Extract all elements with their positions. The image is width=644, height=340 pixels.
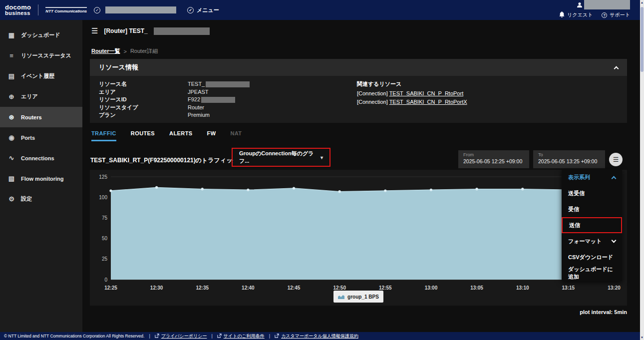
breadcrumb-separator: > bbox=[123, 48, 126, 54]
breadcrumb-router-list-link[interactable]: Router一覧 bbox=[91, 47, 120, 55]
svg-text:12:50: 12:50 bbox=[333, 285, 346, 291]
request-label: リクエスト bbox=[567, 11, 593, 18]
menu-item-display-series[interactable]: 表示系列 bbox=[562, 169, 622, 185]
footer-link-label: カスタマーポータル個人情報保護規約 bbox=[281, 333, 358, 340]
logo-divider bbox=[38, 4, 38, 15]
sidebar-item-event-history[interactable]: ▤ イベント履歴 bbox=[0, 66, 82, 86]
svg-text:75: 75 bbox=[102, 215, 108, 221]
chevron-up-icon bbox=[612, 176, 617, 181]
from-datetime-input[interactable]: From 2025-06-05 12:25 +09:00 bbox=[458, 150, 529, 168]
graph-type-select-value: GroupのConnection毎のグラフ... bbox=[239, 150, 317, 165]
router-icon: ⊛ bbox=[7, 113, 15, 121]
related-resources-title: 関連するリソース bbox=[357, 80, 467, 88]
sidebar-item-label: リソースステータス bbox=[21, 52, 71, 59]
collapse-chevron-icon[interactable] bbox=[614, 66, 619, 71]
scroll-down-arrow-icon[interactable]: ▼ bbox=[640, 335, 644, 340]
tab-fw[interactable]: FW bbox=[207, 130, 216, 141]
check-circle-icon: ✓ bbox=[94, 7, 100, 13]
legend-item-group1[interactable]: group_1 BPS bbox=[333, 291, 383, 303]
svg-text:125: 125 bbox=[99, 174, 107, 180]
menu-label: メニュー bbox=[197, 6, 219, 14]
privacy-policy-link[interactable]: プライバシーポリシー bbox=[155, 333, 207, 340]
external-link-icon bbox=[155, 334, 159, 339]
personal-info-policy-link[interactable]: カスタマーポータル個人情報保護規約 bbox=[275, 333, 358, 340]
plot-interval-label: plot interval: 5min bbox=[90, 309, 627, 315]
sidebar-item-label: Connections bbox=[21, 155, 54, 161]
globe-icon: ⊕ bbox=[7, 93, 15, 100]
field-resource-id: リソースID F922 bbox=[99, 96, 250, 104]
legend-label: group_1 BPS bbox=[347, 294, 379, 300]
terms-of-use-link[interactable]: サイトのご利用条件 bbox=[217, 333, 265, 340]
connection-prefix: [Connection] bbox=[357, 99, 388, 105]
menu-button[interactable]: ✓ メニュー bbox=[187, 6, 219, 14]
sidebar-item-ports[interactable]: ◉ Ports bbox=[0, 127, 82, 148]
page-header: ☰ [Router] TEST_ bbox=[91, 26, 210, 35]
tab-traffic[interactable]: TRAFFIC bbox=[91, 130, 116, 141]
svg-text:13:10: 13:10 bbox=[516, 285, 529, 291]
menu-item-add-to-dashboard[interactable]: ダッシュボードに追加 bbox=[562, 265, 622, 281]
redacted-text bbox=[105, 6, 176, 13]
resource-info-header[interactable]: リソース情報 bbox=[90, 59, 627, 76]
menu-item-label: CSVダウンロード bbox=[568, 254, 613, 261]
sidebar-item-label: Flow monitoring bbox=[21, 176, 64, 182]
sidebar-item-flow-monitoring[interactable]: ▧ Flow monitoring bbox=[0, 168, 82, 189]
redacted-text bbox=[206, 81, 250, 87]
footer-link-label: サイトのご利用条件 bbox=[224, 333, 265, 340]
hamburger-icon[interactable]: ☰ bbox=[91, 26, 98, 35]
sidebar-item-resource-status[interactable]: ≡ リソースステータス bbox=[0, 45, 82, 66]
related-resource-row: [Connection] TEST_SABIKI_CN_P_RtoPortX bbox=[357, 98, 467, 106]
svg-text:13:15: 13:15 bbox=[562, 285, 575, 291]
vertical-scrollbar[interactable]: ▲ ▼ bbox=[640, 0, 644, 340]
sidebar-item-routers[interactable]: ⊛ Routers bbox=[0, 107, 82, 127]
svg-text:13:00: 13:00 bbox=[425, 285, 438, 291]
support-button[interactable]: ? サポート bbox=[602, 11, 630, 18]
chart-legend: group_1 BPS bbox=[90, 291, 627, 303]
graph-type-select[interactable]: GroupのConnection毎のグラフ... ▾ bbox=[233, 149, 329, 165]
chart-menu-button[interactable]: ☰ bbox=[609, 153, 623, 166]
sidebar-item-label: ダッシュボード bbox=[21, 31, 60, 39]
connection-prefix: [Connection] bbox=[357, 90, 388, 96]
footer: © NTT Limited and NTT Communications Cor… bbox=[0, 332, 640, 340]
menu-item-label: 送信 bbox=[569, 222, 580, 229]
svg-text:12:30: 12:30 bbox=[150, 285, 163, 291]
breadcrumb: Router一覧 > Router詳細 bbox=[91, 47, 158, 55]
field-value: F922 bbox=[188, 96, 235, 104]
svg-text:50: 50 bbox=[102, 236, 108, 241]
menu-item-send[interactable]: 送信 bbox=[562, 217, 622, 233]
sidebar-item-dashboard[interactable]: ▦ ダッシュボード bbox=[0, 25, 82, 45]
field-label: リソースタイプ bbox=[99, 104, 188, 112]
menu-item-label: 送受信 bbox=[568, 190, 585, 197]
sidebar-item-label: エリア bbox=[21, 93, 38, 100]
person-icon bbox=[575, 0, 584, 9]
menu-item-format[interactable]: フォーマット bbox=[562, 233, 622, 249]
related-connection-link[interactable]: TEST_SABIKI_CN_P_RtoPort bbox=[389, 90, 464, 96]
tab-alerts[interactable]: ALERTS bbox=[169, 130, 192, 141]
menu-item-csv-download[interactable]: CSVダウンロード bbox=[562, 249, 622, 265]
scrollbar-thumb[interactable] bbox=[641, 7, 644, 72]
panel-title: リソース情報 bbox=[99, 63, 138, 72]
request-button[interactable]: リクエスト bbox=[559, 11, 593, 18]
docomo-business-logo[interactable]: docomo business NTT Communications bbox=[5, 4, 87, 16]
connection-icon: ∿ bbox=[7, 154, 15, 162]
menu-item-send-receive[interactable]: 送受信 bbox=[562, 185, 622, 201]
menu-item-receive[interactable]: 受信 bbox=[562, 201, 622, 217]
footer-separator: | bbox=[149, 334, 150, 339]
topbar-right: リクエスト ? サポート bbox=[559, 11, 630, 18]
detail-tabs: TRAFFIC ROUTES ALERTS FW NAT bbox=[91, 130, 242, 141]
svg-text:12:40: 12:40 bbox=[242, 285, 255, 291]
to-datetime-input[interactable]: To 2025-06-05 13:25 +09:00 bbox=[533, 150, 605, 168]
topbar: docomo business NTT Communications ✓ ✓ メ… bbox=[0, 0, 640, 20]
related-connection-link[interactable]: TEST_SABIKI_CN_P_RtoPortX bbox=[389, 99, 467, 105]
tab-routes[interactable]: ROUTES bbox=[131, 130, 155, 141]
from-label: From bbox=[463, 152, 524, 157]
sidebar-item-label: Ports bbox=[21, 135, 35, 141]
ntt-communications-logo: NTT Communications bbox=[45, 7, 87, 13]
question-icon: ? bbox=[602, 12, 607, 18]
field-label: リソース名 bbox=[99, 80, 188, 88]
sidebar-item-settings[interactable]: ⚙ 設定 bbox=[0, 189, 82, 209]
scroll-up-arrow-icon[interactable]: ▲ bbox=[640, 0, 644, 5]
sidebar-item-area[interactable]: ⊕ エリア bbox=[0, 86, 82, 107]
sidebar-item-connections[interactable]: ∿ Connections bbox=[0, 148, 82, 168]
account-chip[interactable] bbox=[575, 0, 630, 9]
app-window: docomo business NTT Communications ✓ ✓ メ… bbox=[0, 0, 644, 340]
